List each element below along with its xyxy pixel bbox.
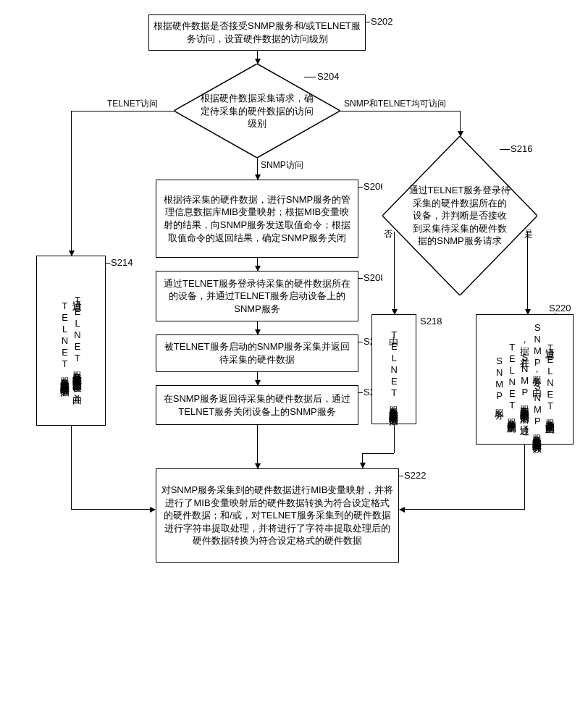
connector bbox=[460, 111, 461, 136]
connector bbox=[524, 445, 525, 510]
connector bbox=[257, 258, 258, 271]
tag-s216: S216 bbox=[511, 143, 532, 154]
tag-s214: S214 bbox=[111, 257, 133, 268]
node-text: 在SNMP服务返回待采集的硬件数据后，通过TELNET服务关闭设备上的SNMP服… bbox=[161, 392, 353, 418]
connector bbox=[500, 149, 510, 150]
node-s222: 对SNMP服务采集到的硬件数据进行MIB变量映射，并将进行了MIB变量映射后的硬… bbox=[156, 468, 399, 563]
connector bbox=[358, 187, 363, 188]
connector bbox=[399, 476, 403, 476]
flowchart-canvas: 根据硬件数据是否接受SNMP服务和/或TELNET服务访问，设置硬件数据的访问级… bbox=[14, 14, 574, 710]
tag-s202: S202 bbox=[371, 16, 392, 27]
connector bbox=[71, 111, 174, 111]
tag-s204: S204 bbox=[317, 71, 339, 82]
connector bbox=[555, 313, 555, 314]
node-text: 由TELNET服务采集并返回待采集的硬件数据 bbox=[387, 329, 400, 410]
node-s204: 根据硬件数据采集请求，确定待采集的硬件数据的访问级别 bbox=[174, 64, 340, 158]
node-text: 通过TELNET服务登录待采集的硬件数据所在的设备，并由TELNET服务采集并返… bbox=[58, 261, 83, 421]
node-s208: 通过TELNET服务登录待采集的硬件数据所在的设备，并通过TELNET服务启动设… bbox=[156, 271, 358, 321]
connector bbox=[394, 308, 395, 314]
node-s216: 通过TELNET服务登录待采集的硬件数据所在的设备，并判断是否接收到采集待采集的… bbox=[382, 136, 537, 295]
connector bbox=[106, 263, 110, 264]
node-s206: 根据待采集的硬件数据，进行SNMP服务的管理信息数据库MIB变量映射；根据MIB… bbox=[156, 180, 358, 258]
connector bbox=[71, 426, 72, 509]
connector bbox=[304, 77, 316, 77]
connector bbox=[358, 392, 363, 393]
node-text: 根据硬件数据采集请求，确定待采集的硬件数据的访问级别 bbox=[199, 92, 316, 130]
node-text: 根据待采集的硬件数据，进行SNMP服务的管理信息数据库MIB变量映射；根据MIB… bbox=[161, 193, 353, 244]
tag-s218: S218 bbox=[420, 316, 442, 327]
node-text: 被TELNET服务启动的SNMP服务采集并返回待采集的硬件数据 bbox=[161, 340, 353, 366]
edge-label-telnet: TELNET访问 bbox=[107, 98, 158, 110]
tag-s220: S220 bbox=[549, 303, 571, 313]
edge-label-snmp: SNMP访问 bbox=[261, 159, 303, 172]
connector bbox=[71, 509, 155, 510]
node-s210: 被TELNET服务启动的SNMP服务采集并返回待采集的硬件数据 bbox=[156, 334, 358, 372]
connector bbox=[257, 372, 258, 385]
connector bbox=[257, 321, 258, 334]
connector bbox=[362, 453, 394, 454]
connector bbox=[358, 342, 363, 342]
connector bbox=[358, 278, 363, 279]
connector bbox=[527, 304, 528, 314]
node-text: 通过TELNET服务登录待采集的硬件数据所在的设备，并判断是否接收到采集待采集的… bbox=[408, 184, 511, 248]
connector bbox=[257, 158, 258, 180]
connector bbox=[366, 22, 370, 22]
node-s212: 在SNMP服务返回待采集的硬件数据后，通过TELNET服务关闭设备上的SNMP服… bbox=[156, 385, 358, 425]
tag-s222: S222 bbox=[404, 470, 426, 481]
edge-label-no: 否 bbox=[384, 228, 392, 240]
node-s220: 通过TELNET服务启动设备上的SNMP服务，由SNMP服务采集并返回待采集的硬… bbox=[476, 314, 574, 445]
connector bbox=[340, 111, 460, 111]
node-text: 对SNMP服务采集到的硬件数据进行MIB变量映射，并将进行了MIB变量映射后的硬… bbox=[161, 484, 394, 547]
edge-label-both: SNMP和TELNET均可访问 bbox=[344, 98, 446, 110]
connector bbox=[400, 509, 524, 510]
connector bbox=[362, 453, 363, 468]
connector bbox=[257, 425, 258, 468]
node-text: 通过TELNET服务启动设备上的SNMP服务，由SNMP服务采集并返回待采集的硬… bbox=[493, 319, 557, 439]
connector bbox=[257, 51, 258, 64]
connector bbox=[394, 232, 395, 308]
edge-label-yes: 是 bbox=[524, 228, 533, 240]
node-s214: 通过TELNET服务登录待采集的硬件数据所在的设备，并由TELNET服务采集并返… bbox=[36, 256, 106, 426]
connector bbox=[394, 424, 395, 453]
node-text: 通过TELNET服务登录待采集的硬件数据所在的设备，并通过TELNET服务启动设… bbox=[161, 277, 353, 316]
node-text: 根据硬件数据是否接受SNMP服务和/或TELNET服务访问，设置硬件数据的访问级… bbox=[154, 20, 361, 45]
connector bbox=[527, 232, 528, 304]
connector bbox=[71, 111, 72, 256]
node-s202: 根据硬件数据是否接受SNMP服务和/或TELNET服务访问，设置硬件数据的访问级… bbox=[148, 14, 366, 51]
node-s218: 由TELNET服务采集并返回待采集的硬件数据 bbox=[371, 314, 416, 424]
